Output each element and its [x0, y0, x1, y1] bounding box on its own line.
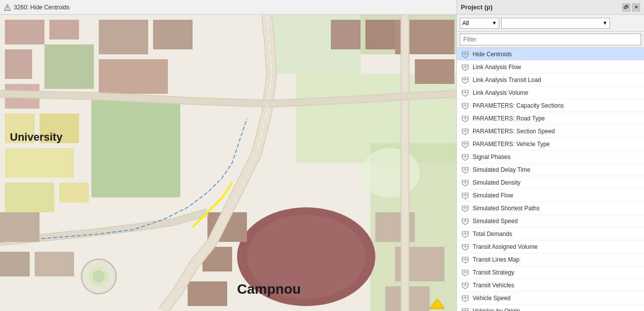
map-area[interactable]: University Campnou	[0, 15, 456, 311]
list-item-icon-vehicles-by-origin	[461, 307, 470, 311]
list-item-simulated-flow[interactable]: Simulated Flow	[457, 189, 644, 202]
svg-point-2	[7, 9, 8, 10]
list-item-transit-assigned-volume[interactable]: Transit Assigned Volume	[457, 240, 644, 253]
list-item-label-transit-assigned-volume: Transit Assigned Volume	[473, 243, 538, 250]
list-item-parameters-capacity-sections[interactable]: PARAMETERS: Capacity Sections	[457, 99, 644, 112]
list-item-icon-link-analysis-flow	[461, 63, 470, 72]
list-item-label-simulated-density: Simulated Density	[473, 179, 521, 186]
list-item-simulated-shortest-paths[interactable]: Simulated Shortest Paths	[457, 202, 644, 215]
svg-point-8	[361, 148, 420, 197]
panel-restore-button[interactable]: 🗗	[622, 3, 630, 11]
list-item-icon-vehicle-speed	[461, 294, 470, 303]
list-item-label-transit-strategy: Transit Strategy	[473, 269, 514, 276]
list-item-link-analysis-volume[interactable]: Link Analysis Volume	[457, 86, 644, 99]
svg-rect-39	[0, 212, 40, 242]
list-item-parameters-vehicle-type[interactable]: PARAMETERS: Vehicle Type	[457, 138, 644, 151]
list-item-link-analysis-flow[interactable]: Link Analysis Flow	[457, 61, 644, 74]
panel-close-button[interactable]: ✕	[632, 3, 640, 11]
panel-filter-dropdown[interactable]: All ▼	[460, 18, 499, 29]
list-item-transit-vehicles[interactable]: Transit Vehicles	[457, 279, 644, 292]
list-item-label-vehicle-speed: Vehicle Speed	[473, 295, 511, 302]
map-title-label: 3260: Hide Centroids	[14, 4, 70, 11]
list-item-icon-transit-strategy	[461, 268, 470, 277]
panel: All ▼ ▼ Hide Centroids	[456, 15, 644, 311]
list-item-icon-parameters-section-speed	[461, 127, 470, 136]
list-item-label-link-analysis-volume: Link Analysis Volume	[473, 89, 528, 96]
svg-rect-41	[35, 252, 74, 276]
map-label-university: University	[10, 131, 62, 144]
list-item-label-total-demands: Total Demands	[473, 231, 512, 237]
list-item-label-parameters-section-speed: PARAMETERS: Section Speed	[473, 128, 555, 135]
list-item-label-parameters-capacity-sections: PARAMETERS: Capacity Sections	[473, 102, 564, 109]
list-item-hide-centroids[interactable]: Hide Centroids	[457, 48, 644, 61]
list-item-icon-total-demands	[461, 230, 470, 238]
list-item-label-parameters-road-type: PARAMETERS: Road Type	[473, 115, 545, 122]
filter-bar	[457, 32, 644, 48]
list-item-parameters-road-type[interactable]: PARAMETERS: Road Type	[457, 112, 644, 125]
filter-dropdown-arrow: ▼	[492, 20, 497, 26]
svg-rect-20	[99, 20, 148, 54]
list-item-icon-hide-centroids	[461, 50, 470, 59]
svg-rect-9	[5, 20, 44, 44]
svg-rect-26	[415, 59, 454, 84]
list-item-label-parameters-vehicle-type: PARAMETERS: Vehicle Type	[473, 141, 550, 148]
list-item-icon-link-analysis-transit-load	[461, 76, 470, 84]
list-item-signal-phases[interactable]: Signal Phases	[457, 151, 644, 163]
svg-rect-22	[99, 59, 168, 94]
panel-title-controls: 🗗 ✕	[622, 3, 640, 11]
list-item-simulated-delay-time[interactable]: Simulated Delay Time	[457, 163, 644, 176]
list-item-icon-link-analysis-volume	[461, 88, 470, 97]
list-item-icon-simulated-flow	[461, 191, 470, 200]
svg-rect-40	[0, 252, 30, 276]
list-item-label-link-analysis-transit-load: Link Analysis Transit Load	[473, 77, 541, 83]
panel-list: Hide Centroids Link Analysis Flow Link A…	[457, 48, 644, 311]
list-item-icon-simulated-shortest-paths	[461, 204, 470, 213]
svg-rect-21	[153, 20, 193, 49]
list-item-icon-transit-assigned-volume	[461, 242, 470, 251]
map-title-bar: 3260: Hide Centroids	[0, 0, 456, 15]
map-title-icon	[4, 4, 11, 11]
list-item-icon-simulated-speed	[461, 217, 470, 226]
list-item-transit-strategy[interactable]: Transit Strategy	[457, 266, 644, 279]
panel-title-bar: Project (p) 🗗 ✕	[456, 0, 644, 15]
svg-rect-11	[5, 49, 32, 79]
panel-title-label: Project (p)	[461, 3, 492, 11]
list-item-label-transit-lines-map: Transit Lines Map	[473, 256, 520, 263]
svg-rect-17	[5, 183, 54, 212]
list-item-transit-lines-map[interactable]: Transit Lines Map	[457, 253, 644, 266]
panel-secondary-dropdown[interactable]: ▼	[501, 18, 610, 29]
list-item-icon-simulated-density	[461, 178, 470, 187]
list-item-icon-signal-phases	[461, 153, 470, 161]
list-item-icon-transit-vehicles	[461, 281, 470, 290]
list-item-label-link-analysis-flow: Link Analysis Flow	[473, 64, 521, 71]
list-item-label-simulated-flow: Simulated Flow	[473, 192, 513, 199]
svg-point-37	[93, 271, 105, 282]
list-item-icon-parameters-vehicle-type	[461, 140, 470, 149]
list-item-link-analysis-transit-load[interactable]: Link Analysis Transit Load	[457, 74, 644, 86]
list-item-label-hide-centroids: Hide Centroids	[473, 51, 512, 58]
filter-dropdown-value: All	[462, 20, 469, 27]
list-item-label-simulated-speed: Simulated Speed	[473, 218, 518, 225]
list-item-label-simulated-delay-time: Simulated Delay Time	[473, 166, 530, 173]
list-item-label-signal-phases: Signal Phases	[473, 154, 511, 160]
list-item-total-demands[interactable]: Total Demands	[457, 228, 644, 240]
list-item-simulated-density[interactable]: Simulated Density	[457, 176, 644, 189]
svg-rect-18	[59, 183, 89, 202]
svg-rect-10	[49, 20, 79, 39]
list-item-label-transit-vehicles: Transit Vehicles	[473, 282, 514, 289]
list-item-label-vehicles-by-origin: Vehicles by Origin	[473, 308, 520, 311]
list-item-icon-parameters-road-type	[461, 114, 470, 123]
list-item-vehicle-speed[interactable]: Vehicle Speed	[457, 292, 644, 305]
filter-input[interactable]	[460, 34, 641, 45]
svg-rect-23	[331, 20, 361, 49]
list-item-vehicles-by-origin[interactable]: Vehicles by Origin	[457, 305, 644, 311]
map-label-campnou: Campnou	[237, 281, 301, 297]
svg-rect-19	[91, 99, 180, 197]
list-item-icon-simulated-delay-time	[461, 165, 470, 174]
svg-rect-16	[5, 148, 74, 178]
panel-toolbar: All ▼ ▼	[457, 15, 644, 32]
list-item-simulated-speed[interactable]: Simulated Speed	[457, 215, 644, 228]
list-item-parameters-section-speed[interactable]: PARAMETERS: Section Speed	[457, 125, 644, 138]
list-item-label-simulated-shortest-paths: Simulated Shortest Paths	[473, 205, 539, 212]
list-item-icon-parameters-capacity-sections	[461, 101, 470, 110]
